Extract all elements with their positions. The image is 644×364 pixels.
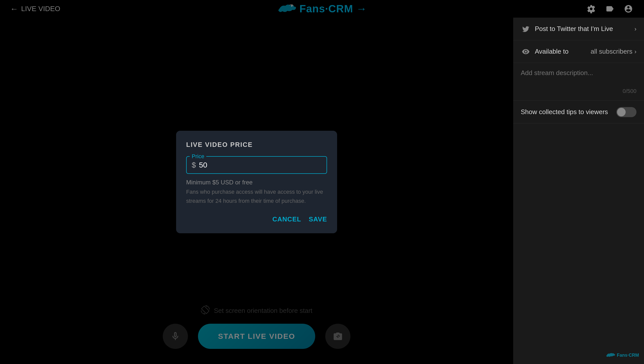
- price-hint-detail: Fans who purchase access will have acces…: [186, 187, 327, 205]
- available-to-label: Available to: [531, 48, 591, 55]
- cancel-button[interactable]: CANCEL: [272, 215, 301, 223]
- toggle-knob: [617, 108, 626, 116]
- price-field-label: Price: [190, 153, 206, 160]
- available-to-value: all subscribers: [591, 48, 632, 55]
- available-chevron-icon: ›: [634, 48, 636, 55]
- price-field-wrapper: Price $: [186, 156, 327, 174]
- twitter-label: Post to Twitter that I'm Live: [531, 25, 634, 33]
- price-hint-min: Minimum $5 USD or free: [186, 179, 327, 186]
- watermark-inner: Fans·CRM: [606, 351, 639, 359]
- description-input[interactable]: [521, 69, 636, 89]
- currency-symbol: $: [192, 161, 196, 169]
- price-input-row: $: [192, 161, 321, 169]
- right-panel: Post to Twitter that I'm Live › Availabl…: [513, 18, 644, 364]
- watermark-bird-icon: [606, 351, 616, 359]
- description-area: 0/500: [513, 63, 644, 101]
- description-count: 0/500: [623, 88, 636, 94]
- modal-overlay: LIVE VIDEO PRICE Price $ Minimum $5 USD …: [0, 0, 513, 364]
- tips-row: Show collected tips to viewers: [513, 101, 644, 123]
- twitter-chevron-icon: ›: [634, 25, 636, 32]
- available-to-row[interactable]: Available to all subscribers ›: [513, 40, 644, 63]
- watermark-text: Fans·CRM: [617, 353, 639, 358]
- eye-icon: [521, 47, 531, 57]
- twitter-icon: [521, 24, 531, 34]
- save-button[interactable]: SAVE: [309, 215, 327, 223]
- tips-toggle[interactable]: [616, 107, 636, 117]
- price-input[interactable]: [199, 161, 321, 169]
- modal-actions: CANCEL SAVE: [186, 215, 327, 223]
- tips-label: Show collected tips to viewers: [521, 108, 616, 116]
- watermark: Fans·CRM: [606, 351, 639, 359]
- live-video-price-modal: LIVE VIDEO PRICE Price $ Minimum $5 USD …: [176, 131, 337, 233]
- modal-title: LIVE VIDEO PRICE: [186, 141, 327, 149]
- twitter-row[interactable]: Post to Twitter that I'm Live ›: [513, 18, 644, 40]
